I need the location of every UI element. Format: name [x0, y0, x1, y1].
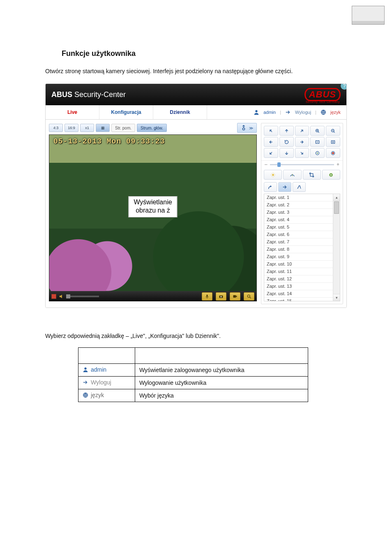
preset-scrollbar[interactable]: ▴ ▾: [333, 194, 340, 301]
scroll-thumb[interactable]: [334, 201, 339, 214]
tab-live[interactable]: Live: [46, 105, 99, 119]
header-sep-1: |: [280, 110, 281, 115]
preset-item[interactable]: Zapr. ust. 10: [264, 261, 340, 268]
zoom-button[interactable]: [244, 292, 254, 301]
brand-logo-text: ABUS: [304, 88, 341, 101]
legend-cell-admin: admin: [78, 364, 135, 377]
svg-point-19: [330, 174, 332, 175]
svg-point-20: [84, 368, 86, 370]
preset-item[interactable]: Zapr. ust. 15: [264, 298, 340, 301]
legend-lang-desc: Wybór języka: [135, 389, 308, 402]
preset-item[interactable]: Zapr. ust. 13: [264, 283, 340, 290]
speed-minus-icon: –: [265, 162, 267, 167]
zoom-out-button[interactable]: [326, 126, 340, 136]
logout-link[interactable]: Wyloguj: [295, 110, 311, 115]
user-icon: [83, 367, 88, 372]
app-title-rest: Security-Center: [72, 90, 126, 99]
view-toolbar: 4:3 16:9 x1 ▦ Str. pom. Strum. głów. ≫: [49, 123, 257, 133]
record-button[interactable]: [230, 292, 240, 301]
fit-screen-button[interactable]: ▦: [96, 124, 110, 132]
iris-close-button[interactable]: [310, 148, 325, 158]
substream-button[interactable]: Str. pom.: [111, 124, 135, 132]
svg-rect-6: [233, 295, 236, 298]
preset-tab-path[interactable]: [293, 182, 306, 192]
svg-rect-17: [310, 173, 313, 176]
svg-point-15: [332, 152, 334, 154]
section-title: Funkcje użytkownika: [62, 49, 347, 58]
ptz-right-button[interactable]: [295, 137, 309, 147]
iris-open-button[interactable]: [326, 148, 340, 158]
preset-item[interactable]: Zapr. ust. 6: [264, 231, 340, 238]
tab-log[interactable]: Dziennik: [153, 105, 207, 119]
preset-item[interactable]: Zapr. ust. 2: [264, 201, 340, 209]
tab-config[interactable]: Konfiguracja: [99, 105, 153, 119]
focus-far-button[interactable]: [326, 137, 340, 147]
logout-icon: [285, 109, 291, 115]
record-indicator-icon[interactable]: [51, 294, 56, 299]
light-button[interactable]: [264, 170, 282, 180]
brand-logo-subtitle: Security Tech Germany: [306, 100, 340, 103]
ptz-up-left-button[interactable]: [264, 126, 278, 136]
zoom-in-button[interactable]: [310, 126, 325, 136]
preset-item[interactable]: Zapr. ust. 7: [264, 238, 340, 246]
preset-item[interactable]: Zapr. ust. 4: [264, 216, 340, 224]
aux-focus-button[interactable]: [303, 170, 321, 180]
wiper-button[interactable]: [283, 170, 301, 180]
ptz-up-button[interactable]: [279, 126, 294, 136]
preset-tab-goto[interactable]: [278, 182, 291, 192]
preset-item[interactable]: Zapr. ust. 11: [264, 268, 340, 275]
preset-tab-set[interactable]: [264, 182, 277, 192]
preset-item[interactable]: Zapr. ust. 9: [264, 253, 340, 261]
scale-1x-button[interactable]: x1: [80, 124, 94, 132]
ptz-down-button[interactable]: [279, 148, 294, 158]
mic-button[interactable]: [202, 292, 212, 301]
svg-point-16: [272, 174, 274, 176]
video-overlay-line2: obrazu na ż: [136, 207, 170, 214]
after-text: Wybierz odpowiednią zakładkę – „Live", „…: [45, 333, 347, 339]
preset-item[interactable]: Zapr. ust. 12: [264, 275, 340, 283]
legend-lang-label: język: [91, 392, 104, 398]
focus-near-button[interactable]: [310, 137, 325, 147]
video-overlay-line1: Wyświetlanie: [134, 199, 172, 206]
svg-point-13: [317, 153, 318, 153]
init-lens-button[interactable]: [322, 170, 340, 180]
aspect-4-3-button[interactable]: 4:3: [49, 124, 63, 132]
ptz-auto-button[interactable]: [279, 137, 294, 147]
video-footer-bar: [49, 291, 257, 301]
language-link[interactable]: język: [330, 110, 341, 115]
intro-text: Otwórz stronę startową kamery sieciowej.…: [45, 68, 347, 74]
globe-icon: [83, 392, 88, 398]
svg-rect-3: [207, 295, 208, 297]
preset-item[interactable]: Zapr. ust. 8: [264, 246, 340, 253]
ptz-down-right-button[interactable]: [295, 148, 309, 158]
ptz-panel-toggle[interactable]: ≫: [237, 123, 257, 133]
mainstream-button[interactable]: Strum. głów.: [137, 124, 167, 132]
live-video-view[interactable]: 05-13-2013 Mon 09:33:23 Wyświetlanie obr…: [49, 134, 257, 291]
help-icon[interactable]: ?: [341, 83, 347, 90]
ptz-speed-slider[interactable]: [270, 164, 334, 165]
ptz-speed-slider-row: – +: [261, 161, 343, 170]
scroll-up-button[interactable]: ▴: [333, 194, 340, 201]
aspect-16-9-button[interactable]: 16:9: [65, 124, 78, 132]
legend-cell-lang: język: [78, 389, 135, 402]
user-icon: [254, 109, 259, 115]
ptz-left-button[interactable]: [264, 137, 278, 147]
snapshot-button[interactable]: [216, 292, 226, 301]
header-username: admin: [263, 110, 276, 115]
preset-item[interactable]: Zapr. ust. 14: [264, 290, 340, 298]
preset-list: Zapr. ust. 1Zapr. ust. 2Zapr. ust. 3Zapr…: [264, 194, 340, 301]
ptz-up-right-button[interactable]: [295, 126, 309, 136]
volume-control[interactable]: [59, 294, 99, 299]
speaker-icon: [59, 294, 65, 299]
svg-point-5: [221, 296, 222, 297]
page-corner-chip: [352, 6, 385, 25]
ptz-down-left-button[interactable]: [264, 148, 278, 158]
globe-icon: [321, 109, 326, 115]
volume-slider[interactable]: [66, 296, 99, 297]
preset-item[interactable]: Zapr. ust. 3: [264, 209, 340, 216]
preset-item[interactable]: Zapr. ust. 1: [264, 194, 340, 201]
preset-item[interactable]: Zapr. ust. 5: [264, 224, 340, 231]
app-title-bold: ABUS: [51, 90, 72, 99]
svg-point-0: [256, 110, 258, 112]
scroll-down-button[interactable]: ▾: [333, 294, 340, 301]
